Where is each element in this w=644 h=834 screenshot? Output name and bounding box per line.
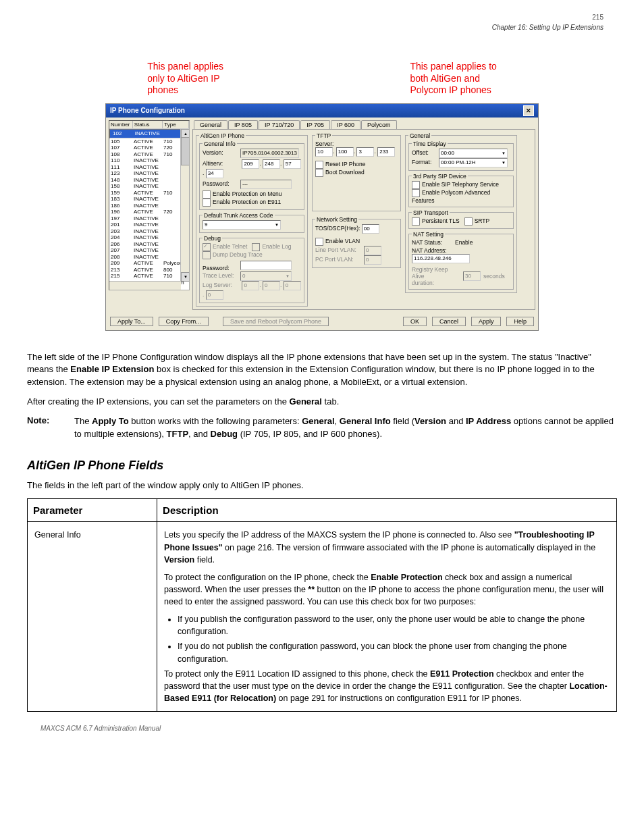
vscrollbar[interactable]: ▲ ▼ <box>180 129 189 282</box>
keepalive-field: 30 <box>463 271 481 281</box>
chk-enable-log <box>252 243 260 251</box>
note-row: Note: The Apply To button works with the… <box>27 415 617 441</box>
table-altigen-fields: Parameter Description General Info Lets … <box>27 498 617 712</box>
fs-sip-transport: SIP Transport Persistent TLS SRTP <box>408 209 514 229</box>
ext-row[interactable]: 197INACTIVE <box>109 215 189 222</box>
annot-right: This panel applies to both AltiGen and P… <box>410 61 496 97</box>
scroll-thumb[interactable] <box>181 137 190 165</box>
tab-ip710720[interactable]: IP 710/720 <box>259 120 300 129</box>
ext-row[interactable]: 209ACTIVEPolycom <box>109 260 189 267</box>
apply-to-button[interactable]: Apply To... <box>110 317 153 326</box>
tftp-ip-d[interactable]: 233 <box>377 147 395 157</box>
chk-srtp[interactable] <box>464 217 473 226</box>
ext-row[interactable]: 111INACTIVE <box>109 164 189 171</box>
annot-row: This panel applies only to AltiGen IP ph… <box>54 61 590 97</box>
altiserv-ip-d[interactable]: 34 <box>206 169 223 178</box>
altiserv-ip-a[interactable]: 209 <box>242 159 259 169</box>
col-altigen-ipphone: AltiGen IP Phone General Info Version:IP… <box>196 132 308 307</box>
version-field: IP705.0104.0002.3013 <box>240 149 299 158</box>
ext-row[interactable]: 159ACTIVE710 <box>109 190 189 197</box>
ext-row[interactable]: 158INACTIVE <box>109 183 189 190</box>
dtac-select[interactable]: 9▼ <box>203 220 281 230</box>
dialog-title: IP Phone Configuration <box>110 107 185 114</box>
note-body: The Apply To button works with the follo… <box>74 415 617 441</box>
ext-row[interactable]: 204INACTIVE <box>109 234 189 241</box>
page-number: 215 <box>592 14 603 21</box>
chk-enable-sip-telephony[interactable] <box>412 181 420 189</box>
tab-content-general: AltiGen IP Phone General Info Version:IP… <box>192 129 535 310</box>
ext-row[interactable]: 206INACTIVE <box>109 241 189 248</box>
tab-ip600[interactable]: IP 600 <box>331 120 360 129</box>
col-middle: TFTP Server: 10. 100. 3. 233 Reset IP Ph… <box>312 132 401 307</box>
dialog-titlebar: IP Phone Configuration ✕ <box>106 104 538 118</box>
ext-row[interactable]: 183INACTIVE <box>109 196 189 203</box>
ext-row[interactable]: 107ACTIVE720 <box>109 145 189 151</box>
tos-field[interactable]: 00 <box>362 224 379 234</box>
tab-ip705[interactable]: IP 705 <box>300 120 330 129</box>
chk-enable-polycom-advanced[interactable] <box>412 189 420 197</box>
ext-row[interactable]: 123INACTIVE <box>109 170 189 177</box>
chk-enable-vlan[interactable] <box>315 238 323 246</box>
tab-polycom[interactable]: Polycom <box>361 120 397 129</box>
apply-button[interactable]: Apply <box>471 317 502 326</box>
page-1: 215 Chapter 16: Setting Up IP Extensions… <box>0 0 644 746</box>
save-reboot-button: Save and Reboot Polycom Phone <box>223 317 329 326</box>
td-generalinfo-desc: Lets you specify the IP address of the M… <box>157 522 617 712</box>
fs-nat: NAT Setting NAT Status:Enable NAT Addres… <box>408 231 514 290</box>
tab-general[interactable]: General <box>194 120 227 129</box>
extension-list[interactable]: Number Status Type 102INACTIVE105ACTIVE7… <box>109 120 190 290</box>
nat-addr-field[interactable]: 116.228.48.246 <box>412 254 470 263</box>
ext-row[interactable]: 196ACTIVE720 <box>109 209 189 215</box>
th-description: Description <box>157 499 617 522</box>
chk-boot-download[interactable] <box>315 169 323 177</box>
ext-row[interactable]: 207INACTIVE <box>109 247 189 254</box>
col-general: General Time Display Offset:00:00▼ Forma… <box>405 132 517 307</box>
trace-level-select: 0▼ <box>240 271 292 281</box>
fs-dtac: Default Trunk Access Code 9▼ <box>199 212 304 233</box>
ext-row[interactable]: 110INACTIVE <box>109 157 189 164</box>
tab-ip805[interactable]: IP 805 <box>228 120 258 129</box>
fs-altigen-ipphone: AltiGen IP Phone General Info Version:IP… <box>196 132 308 307</box>
tftp-ip-c[interactable]: 3 <box>356 147 374 157</box>
chapter-title: Chapter 16: Setting Up IP Extensions <box>492 24 603 31</box>
dialog-buttons: Apply To... Copy From... Save and Reboot… <box>106 313 538 330</box>
cancel-button[interactable]: Cancel <box>432 317 466 326</box>
nat-status: Enable <box>455 239 473 246</box>
ext-row[interactable]: 213ACTIVE800 <box>109 267 189 273</box>
ext-row[interactable]: 186INACTIVE <box>109 203 189 209</box>
dbg-pwd-field[interactable] <box>240 261 292 270</box>
ext-row[interactable]: 148INACTIVE <box>109 177 189 184</box>
chk-tls[interactable] <box>412 217 420 226</box>
fs-debug: Debug Enable Telnet Enable Log Dump Debu… <box>199 235 304 303</box>
copy-from-button[interactable]: Copy From... <box>159 317 209 326</box>
ext-row[interactable]: 105ACTIVE710 <box>109 138 189 145</box>
chk-reset-ipphone[interactable] <box>315 161 323 169</box>
format-select[interactable]: 00:00 PM-12H▼ <box>439 158 508 167</box>
tftp-ip-a[interactable]: 10 <box>315 147 333 157</box>
close-icon[interactable]: ✕ <box>523 105 534 116</box>
chk-protect-menu[interactable] <box>203 190 211 199</box>
dialog-body: Number Status Type 102INACTIVE105ACTIVE7… <box>106 118 538 313</box>
help-button[interactable]: Help <box>506 317 534 326</box>
offset-select[interactable]: 00:00▼ <box>439 149 508 158</box>
fs-network-setting: Network Setting TOS/DSCP(Hex): 00 Enable… <box>312 216 401 268</box>
para-leftside: The left side of the IP Phone Configurat… <box>27 351 617 390</box>
tftp-ip-b[interactable]: 100 <box>336 147 354 157</box>
ext-row[interactable]: 108ACTIVE710 <box>109 151 189 158</box>
chk-protect-e911[interactable] <box>203 199 211 207</box>
altiserv-ip-b[interactable]: 248 <box>263 159 280 169</box>
ext-row[interactable]: 208INACTIVE <box>109 254 189 261</box>
hscrollbar[interactable] <box>109 281 181 290</box>
ext-row[interactable]: 102INACTIVE <box>109 129 189 138</box>
altiserv-ip-c[interactable]: 57 <box>284 159 301 169</box>
ipphone-config-dialog: IP Phone Configuration ✕ Number Status T… <box>105 103 539 331</box>
ext-row[interactable]: 215ACTIVE710 <box>109 273 189 280</box>
para-after-creating: After creating the IP extensions, you ca… <box>27 396 617 409</box>
tab-bar: General IP 805 IP 710/720 IP 705 IP 600 … <box>192 120 535 129</box>
ok-button[interactable]: OK <box>403 317 427 326</box>
footnote: MAXCS ACM 6.7 Administration Manual <box>41 725 161 732</box>
scroll-down-icon[interactable]: ▼ <box>181 272 190 282</box>
fs-3rdparty-sip: 3rd Party SIP Device Enable SIP Telephon… <box>408 173 514 207</box>
ext-row[interactable]: 201INACTIVE <box>109 221 189 228</box>
ext-row[interactable]: 203INACTIVE <box>109 228 189 235</box>
